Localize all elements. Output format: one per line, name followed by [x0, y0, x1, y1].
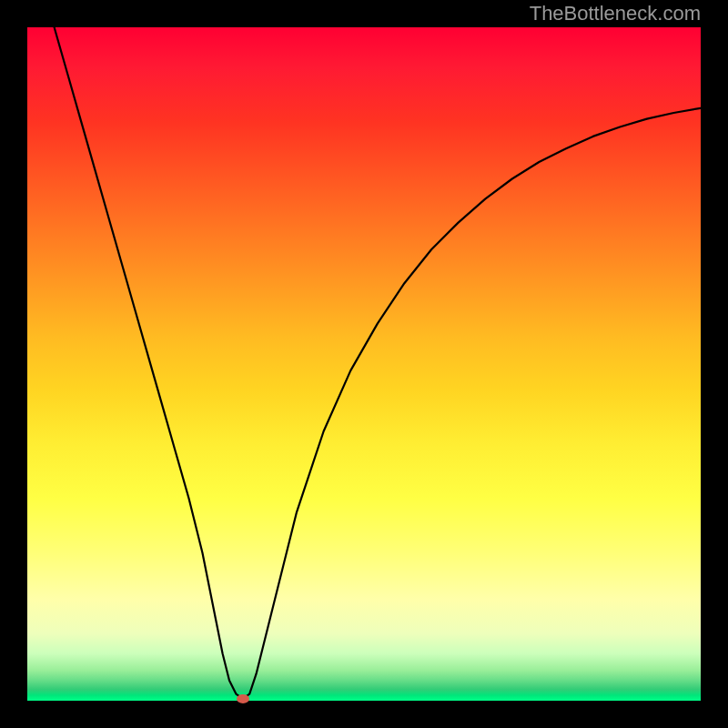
watermark-text: TheBottleneck.com: [530, 2, 701, 25]
bottleneck-curve: [27, 27, 701, 701]
optimal-point-marker: [237, 694, 249, 703]
chart-plot-area: [27, 27, 701, 701]
